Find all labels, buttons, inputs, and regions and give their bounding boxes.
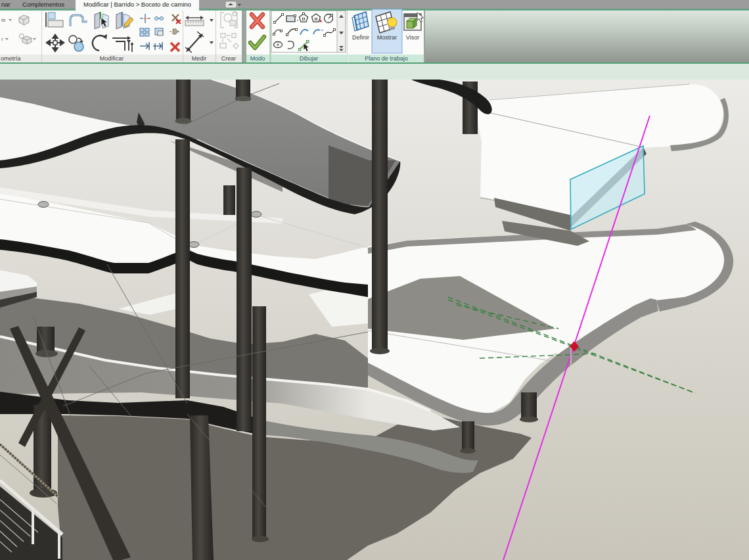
svg-text:Modo: Modo <box>250 55 265 62</box>
svg-text:Crear: Crear <box>221 55 237 62</box>
svg-text:Definir: Definir <box>352 34 369 41</box>
svg-text:Mostrar: Mostrar <box>377 34 397 41</box>
svg-text:Plano de trabajo: Plano de trabajo <box>365 55 408 62</box>
svg-text:Modificar | Barrido > Boceto d: Modificar | Barrido > Boceto de camino <box>83 1 191 8</box>
svg-text:Modificar: Modificar <box>100 55 124 62</box>
svg-text:Complementos: Complementos <box>22 1 64 8</box>
svg-text:nar: nar <box>1 1 11 8</box>
svg-text:Dibujar: Dibujar <box>300 55 319 62</box>
svg-text:Medir: Medir <box>192 55 207 62</box>
svg-text:r: r <box>1 36 3 42</box>
svg-text:te: te <box>1 17 6 23</box>
svg-text:Visor: Visor <box>406 34 419 41</box>
svg-text:ometría: ometría <box>1 55 21 62</box>
